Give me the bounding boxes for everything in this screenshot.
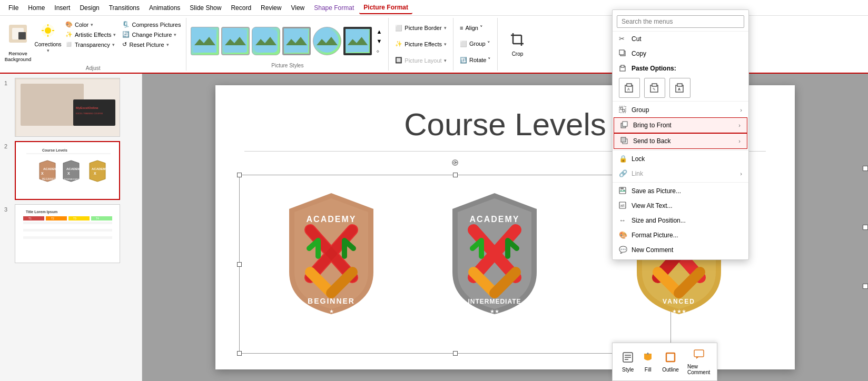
svg-point-18 bbox=[318, 33, 324, 39]
menu-insert[interactable]: Insert bbox=[50, 2, 74, 14]
svg-rect-9 bbox=[193, 29, 216, 53]
paste-btn-2[interactable]: ✎ bbox=[644, 78, 665, 98]
menu-home[interactable]: Home bbox=[24, 2, 49, 14]
slide-1-thumbnail[interactable]: MyExcelOnline EXCEL TRAINING COURSE bbox=[15, 78, 120, 137]
cut-item[interactable]: ✂ Cut bbox=[613, 32, 748, 46]
handle-bl[interactable] bbox=[237, 351, 242, 356]
search-input[interactable] bbox=[617, 15, 744, 28]
svg-text:★: ★ bbox=[329, 308, 334, 314]
new-comment-item[interactable]: 💬 New Comment bbox=[613, 243, 748, 257]
handle-tc[interactable] bbox=[453, 173, 458, 177]
cut-icon: ✂ bbox=[619, 35, 627, 43]
scroll-down-styles[interactable]: ▼ bbox=[374, 37, 384, 45]
corrections-icon bbox=[40, 23, 56, 42]
rotate-icon: 🔃 bbox=[460, 57, 467, 64]
svg-point-10 bbox=[195, 33, 202, 39]
outline-button[interactable]: Outline bbox=[659, 349, 682, 375]
lock-item[interactable]: 🔒 Lock bbox=[613, 152, 748, 166]
artistic-effects-button[interactable]: ✨ Artistic Effects ▾ bbox=[63, 30, 118, 39]
picture-style-5[interactable] bbox=[313, 27, 341, 55]
new-comment-button[interactable]: New Comment bbox=[684, 346, 713, 377]
group-item[interactable]: Group › bbox=[613, 103, 748, 117]
picture-styles-group: ▲ ▼ ⬦ Picture Styles bbox=[186, 18, 389, 71]
svg-rect-98 bbox=[623, 109, 625, 112]
save-as-picture-item[interactable]: Save as Picture... bbox=[613, 184, 748, 198]
menu-view[interactable]: View bbox=[287, 2, 309, 14]
transparency-button[interactable]: ◻️ Transparency ▾ bbox=[63, 40, 118, 49]
outer-handle-tr[interactable] bbox=[863, 166, 868, 171]
handle-tl[interactable] bbox=[237, 173, 242, 177]
outer-handle-r[interactable] bbox=[863, 225, 868, 230]
menu-transitions[interactable]: Transitions bbox=[105, 2, 144, 14]
rotate-label: Rotate ˅ bbox=[469, 57, 491, 64]
reset-picture-label: Reset Picture bbox=[129, 42, 164, 48]
svg-rect-91 bbox=[652, 84, 657, 86]
new-comment-icon: 💬 bbox=[619, 246, 627, 254]
slide-number-1: 1 bbox=[4, 80, 11, 86]
menu-animations[interactable]: Animations bbox=[145, 2, 184, 14]
size-position-item[interactable]: ↔️ Size and Position... bbox=[613, 213, 748, 228]
group-icon: ⬜ bbox=[460, 41, 467, 47]
copy-item[interactable]: Copy bbox=[613, 46, 748, 61]
menu-record[interactable]: Record bbox=[226, 2, 255, 14]
picture-style-2[interactable] bbox=[221, 27, 250, 55]
arrange-group: ≡ Align ˅ ⬜ Group ˅ 🔃 Rotate ˅ bbox=[453, 18, 498, 71]
menu-picture-format[interactable]: Picture Format bbox=[359, 2, 412, 14]
align-label: Align ˅ bbox=[465, 25, 483, 32]
fill-button[interactable]: Fill bbox=[639, 349, 657, 375]
compress-pictures-button[interactable]: 🗜️ Compress Pictures bbox=[120, 20, 183, 29]
picture-style-6[interactable] bbox=[343, 27, 372, 55]
scroll-up-styles[interactable]: ▲ bbox=[374, 27, 384, 36]
svg-rect-2 bbox=[18, 32, 26, 39]
style-button[interactable]: Style bbox=[619, 349, 637, 375]
paste-btn-3[interactable]: A bbox=[669, 78, 691, 98]
crop-label: Crop bbox=[512, 51, 524, 57]
menu-slideshow[interactable]: Slide Show bbox=[185, 2, 225, 14]
reset-picture-button[interactable]: ↺ Reset Picture ▾ bbox=[120, 40, 183, 49]
menu-shape-format[interactable]: Shape Format bbox=[310, 2, 358, 14]
picture-style-4[interactable] bbox=[282, 27, 311, 55]
send-to-back-item[interactable]: Send to Back › bbox=[614, 133, 747, 149]
slide-thumb-2: 2 Course Levels ACADEMY X BEGINNER ACADE… bbox=[4, 141, 137, 200]
outer-handle-br[interactable] bbox=[863, 284, 868, 289]
save-as-picture-icon bbox=[619, 187, 627, 195]
remove-background-button[interactable]: RemoveBackground bbox=[3, 20, 33, 64]
color-button[interactable]: 🎨 Color ▾ bbox=[63, 20, 118, 29]
svg-point-20 bbox=[349, 33, 355, 38]
bring-to-front-item[interactable]: Bring to Front › bbox=[614, 117, 747, 133]
align-button[interactable]: ≡ Align ˅ bbox=[458, 24, 493, 33]
link-label: Link bbox=[632, 170, 736, 177]
svg-text:✎: ✎ bbox=[653, 87, 656, 91]
svg-text:MyExcelOnline: MyExcelOnline bbox=[76, 106, 98, 109]
reset-picture-arrow: ▾ bbox=[166, 42, 169, 47]
group-button[interactable]: ⬜ Group ˅ bbox=[458, 39, 493, 48]
slide-2-thumbnail[interactable]: Course Levels ACADEMY X BEGINNER ACADEMY… bbox=[15, 141, 120, 200]
rotate-button[interactable]: 🔃 Rotate ˅ bbox=[458, 56, 493, 65]
svg-text:★★: ★★ bbox=[490, 308, 499, 314]
slide-3-thumbnail[interactable]: Title Lorem Ipsum T1 T2 T3 T4 bbox=[15, 204, 120, 263]
picture-style-1[interactable] bbox=[191, 27, 219, 55]
paste-options-header: Paste Options: bbox=[613, 61, 748, 76]
format-picture-item[interactable]: 🎨 Format Picture... bbox=[613, 228, 748, 243]
corrections-button[interactable]: Corrections ▾ bbox=[35, 20, 61, 55]
new-comment-button-label: New Comment bbox=[687, 364, 710, 375]
view-alt-text-item[interactable]: alt View Alt Text... bbox=[613, 198, 748, 213]
picture-layout-button[interactable]: 🔲 Picture Layout ▾ bbox=[393, 56, 449, 65]
picture-effects-button[interactable]: ✨ Picture Effects ▾ bbox=[393, 39, 449, 48]
menu-review[interactable]: Review bbox=[257, 2, 285, 14]
paste-btn-1[interactable]: A bbox=[619, 78, 640, 98]
svg-text:VANCED: VANCED bbox=[663, 298, 695, 305]
link-item[interactable]: 🔗 Link › bbox=[613, 166, 748, 181]
svg-rect-104 bbox=[620, 187, 624, 189]
more-styles[interactable]: ⬦ bbox=[374, 46, 384, 55]
picture-style-3[interactable] bbox=[252, 27, 280, 55]
change-picture-button[interactable]: 🔄 Change Picture ▾ bbox=[120, 30, 183, 39]
menu-design[interactable]: Design bbox=[75, 2, 103, 14]
rotate-handle[interactable]: ⟳ bbox=[452, 159, 458, 166]
svg-text:ACADEMY: ACADEMY bbox=[43, 167, 59, 171]
artistic-arrow: ▾ bbox=[113, 32, 116, 37]
handle-ml[interactable] bbox=[237, 262, 242, 267]
menu-file[interactable]: File bbox=[4, 2, 23, 14]
picture-border-button[interactable]: ⬜ Picture Border ▾ bbox=[393, 24, 449, 33]
crop-button[interactable]: Crop bbox=[504, 29, 530, 59]
